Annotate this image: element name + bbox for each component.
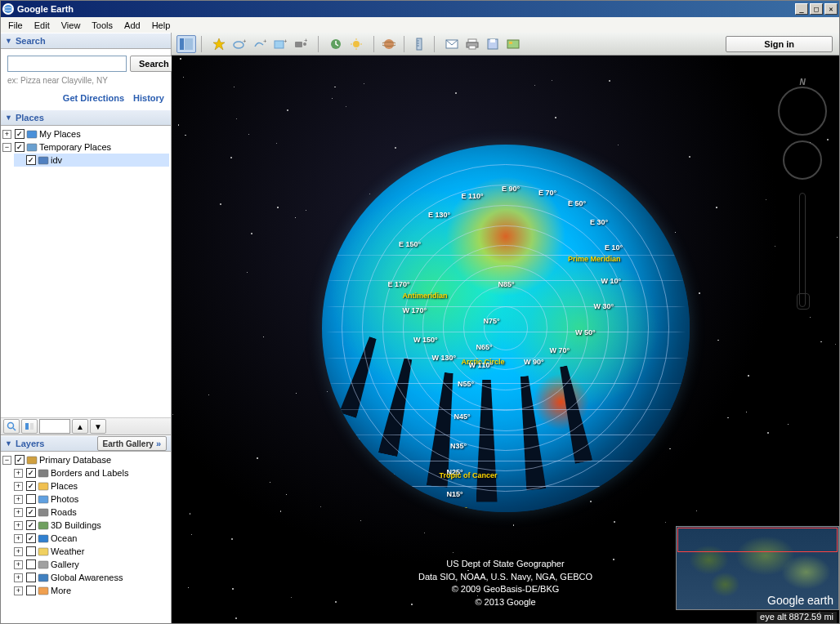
menu-tools[interactable]: Tools — [86, 19, 118, 32]
grid-label: N85° — [498, 280, 515, 288]
title-bar: Google Earth _ □ ✕ — [1, 1, 839, 17]
checkbox[interactable] — [26, 494, 36, 504]
record-tour-button[interactable]: + — [291, 35, 311, 53]
expand-toggle[interactable]: + — [14, 495, 23, 504]
checkbox[interactable] — [15, 142, 25, 152]
globe-view[interactable]: E 90°E 70°E 50°E 110°E 30°E 130°E 10°E 1… — [172, 56, 839, 623]
checkbox[interactable] — [26, 546, 36, 556]
menu-add[interactable]: Add — [118, 19, 146, 32]
checkbox[interactable] — [15, 455, 25, 465]
earth-gallery-button[interactable]: Earth Gallery » — [97, 436, 167, 451]
checkbox[interactable] — [26, 586, 36, 595]
svg-rect-17 — [38, 561, 48, 568]
tree-item[interactable]: −Primary Database — [2, 453, 169, 466]
checkbox[interactable] — [26, 507, 36, 517]
get-directions-link[interactable]: Get Directions — [63, 93, 124, 103]
menu-view[interactable]: View — [56, 19, 87, 32]
checkbox[interactable] — [26, 559, 36, 569]
minimize-button[interactable]: _ — [795, 3, 808, 15]
tree-item[interactable]: +Ocean — [14, 532, 169, 545]
globe[interactable]: E 90°E 70°E 50°E 110°E 30°E 130°E 10°E 1… — [322, 145, 690, 512]
checkbox[interactable] — [15, 129, 25, 139]
opacity-input[interactable] — [39, 419, 70, 434]
expand-toggle[interactable]: + — [14, 469, 23, 478]
expand-toggle[interactable]: + — [14, 482, 23, 491]
expand-toggle[interactable]: + — [14, 560, 23, 569]
svg-rect-19 — [38, 587, 48, 595]
placemark-button[interactable] — [209, 35, 229, 53]
tree-item[interactable]: +Weather — [14, 545, 169, 558]
tree-item[interactable]: +More — [14, 584, 169, 597]
view-maps-button[interactable] — [503, 35, 523, 53]
tree-item[interactable]: +Gallery — [14, 558, 169, 571]
ruler-button[interactable] — [409, 35, 429, 53]
close-button[interactable]: ✕ — [824, 3, 838, 15]
search-panel-header[interactable]: ▼ Search — [1, 33, 171, 49]
print-button[interactable] — [462, 35, 482, 53]
checkbox[interactable] — [26, 520, 36, 530]
planet-button[interactable] — [379, 35, 399, 53]
grid-label: W 170° — [403, 306, 427, 314]
expand-toggle[interactable]: + — [14, 586, 23, 595]
email-button[interactable] — [442, 35, 462, 53]
checkbox[interactable] — [26, 533, 36, 543]
checkbox[interactable] — [26, 573, 36, 582]
sunlight-button[interactable] — [346, 35, 366, 53]
zoom-slider[interactable] — [799, 193, 806, 307]
tree-item[interactable]: idv — [14, 154, 169, 167]
map-viewport[interactable]: + + + + Sign in — [172, 33, 839, 623]
places-tree: +My Places−Temporary Placesidv — [1, 126, 171, 417]
tree-item[interactable]: +Photos — [14, 493, 169, 506]
search-button[interactable]: Search — [130, 56, 178, 72]
menu-help[interactable]: Help — [146, 19, 176, 32]
expand-toggle[interactable]: − — [2, 456, 11, 465]
expand-toggle[interactable]: + — [14, 534, 23, 543]
gallery-icon — [38, 559, 49, 570]
image-overlay-button[interactable]: + — [270, 35, 290, 53]
expand-toggle[interactable]: + — [14, 508, 23, 517]
menu-file[interactable]: File — [2, 19, 29, 32]
path-button[interactable]: + — [250, 35, 270, 53]
split-button[interactable] — [21, 419, 38, 434]
tree-item[interactable]: +Global Awareness — [14, 571, 169, 584]
checkbox[interactable] — [26, 481, 36, 491]
expand-toggle[interactable]: + — [14, 547, 23, 556]
tree-item[interactable]: +Roads — [14, 506, 169, 519]
svg-rect-10 — [38, 470, 48, 477]
places-panel-header[interactable]: ▼ Places — [1, 109, 171, 126]
up-button[interactable]: ▲ — [72, 419, 88, 434]
sidebar-toggle-button[interactable] — [176, 35, 196, 53]
history-button[interactable] — [326, 35, 346, 53]
places-toolbar: ▲ ▼ — [1, 417, 171, 435]
expand-toggle[interactable]: + — [14, 573, 23, 582]
history-link[interactable]: History — [133, 93, 164, 103]
expand-toggle[interactable]: + — [14, 521, 23, 530]
down-button[interactable]: ▼ — [90, 419, 106, 434]
search-input[interactable] — [7, 56, 127, 72]
menu-edit[interactable]: Edit — [29, 19, 56, 32]
overview-map[interactable]: Google earth — [676, 526, 839, 610]
tree-item[interactable]: −Temporary Places — [2, 140, 169, 154]
north-indicator: N — [799, 78, 805, 87]
svg-rect-25 — [275, 41, 284, 48]
tree-item[interactable]: +Borders and Labels — [14, 466, 169, 479]
layers-panel-header[interactable]: ▼ Layers Earth Gallery » — [1, 435, 171, 452]
checkbox[interactable] — [26, 155, 36, 165]
grid-label: E 10° — [605, 243, 623, 252]
find-button[interactable] — [3, 419, 20, 434]
chevron-right-icon: » — [156, 439, 161, 448]
save-image-button[interactable] — [483, 35, 503, 53]
expand-toggle[interactable]: − — [2, 143, 11, 152]
zoom-thumb[interactable] — [797, 293, 810, 310]
tree-item[interactable]: +3D Buildings — [14, 519, 169, 532]
tree-item[interactable]: +Places — [14, 479, 169, 493]
checkbox[interactable] — [26, 468, 36, 478]
polygon-button[interactable]: + — [230, 35, 249, 53]
maximize-button[interactable]: □ — [810, 3, 823, 15]
expand-toggle[interactable]: + — [2, 130, 11, 139]
svg-rect-21 — [185, 38, 193, 50]
move-ring[interactable] — [783, 140, 822, 180]
tree-item[interactable]: +My Places — [2, 127, 169, 140]
signin-button[interactable]: Sign in — [726, 36, 833, 52]
look-ring[interactable]: N — [778, 87, 827, 136]
